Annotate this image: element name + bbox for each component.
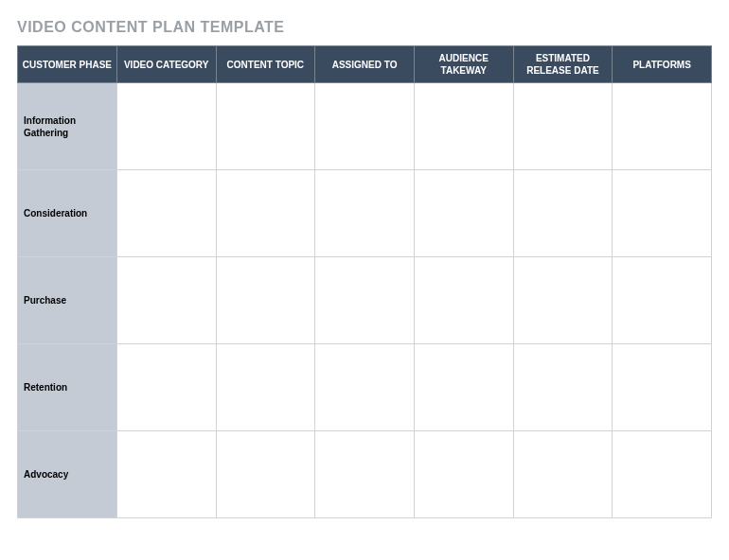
row-phase-label: Consideration <box>18 170 117 257</box>
cell-assigned-to[interactable] <box>315 431 415 518</box>
cell-video-category[interactable] <box>116 83 216 170</box>
row-phase-label: Retention <box>18 344 117 431</box>
header-row: CUSTOMER PHASE VIDEO CATEGORY CONTENT TO… <box>18 46 712 83</box>
col-customer-phase: CUSTOMER PHASE <box>18 46 117 83</box>
cell-platforms[interactable] <box>613 83 712 170</box>
cell-estimated-release-date[interactable] <box>513 257 613 344</box>
cell-estimated-release-date[interactable] <box>513 170 613 257</box>
cell-video-category[interactable] <box>116 344 216 431</box>
cell-platforms[interactable] <box>613 257 712 344</box>
cell-assigned-to[interactable] <box>315 170 415 257</box>
cell-platforms[interactable] <box>613 431 712 518</box>
cell-assigned-to[interactable] <box>315 344 415 431</box>
plan-table: CUSTOMER PHASE VIDEO CATEGORY CONTENT TO… <box>17 45 712 518</box>
cell-estimated-release-date[interactable] <box>513 83 613 170</box>
cell-audience-takeway[interactable] <box>414 257 513 344</box>
cell-audience-takeway[interactable] <box>414 170 513 257</box>
row-phase-label: Information Gathering <box>18 83 117 170</box>
cell-audience-takeway[interactable] <box>414 431 513 518</box>
row-phase-label: Advocacy <box>18 431 117 518</box>
cell-video-category[interactable] <box>116 170 216 257</box>
cell-video-category[interactable] <box>116 431 216 518</box>
cell-estimated-release-date[interactable] <box>513 344 613 431</box>
cell-content-topic[interactable] <box>216 83 315 170</box>
cell-content-topic[interactable] <box>216 257 315 344</box>
cell-platforms[interactable] <box>613 170 712 257</box>
cell-audience-takeway[interactable] <box>414 344 513 431</box>
cell-estimated-release-date[interactable] <box>513 431 613 518</box>
col-estimated-release-date: ESTIMATED RELEASE DATE <box>513 46 613 83</box>
col-assigned-to: ASSIGNED TO <box>315 46 415 83</box>
row-phase-label: Purchase <box>18 257 117 344</box>
cell-platforms[interactable] <box>613 344 712 431</box>
col-platforms: PLATFORMS <box>613 46 712 83</box>
table-row: Advocacy <box>18 431 712 518</box>
page-title: VIDEO CONTENT PLAN TEMPLATE <box>17 19 712 36</box>
cell-audience-takeway[interactable] <box>414 83 513 170</box>
cell-assigned-to[interactable] <box>315 257 415 344</box>
col-video-category: VIDEO CATEGORY <box>116 46 216 83</box>
table-row: Information Gathering <box>18 83 712 170</box>
table-row: Purchase <box>18 257 712 344</box>
table-row: Consideration <box>18 170 712 257</box>
cell-assigned-to[interactable] <box>315 83 415 170</box>
cell-video-category[interactable] <box>116 257 216 344</box>
cell-content-topic[interactable] <box>216 344 315 431</box>
table-row: Retention <box>18 344 712 431</box>
col-content-topic: CONTENT TOPIC <box>216 46 315 83</box>
cell-content-topic[interactable] <box>216 431 315 518</box>
cell-content-topic[interactable] <box>216 170 315 257</box>
col-audience-takeway: AUDIENCE TAKEWAY <box>414 46 513 83</box>
